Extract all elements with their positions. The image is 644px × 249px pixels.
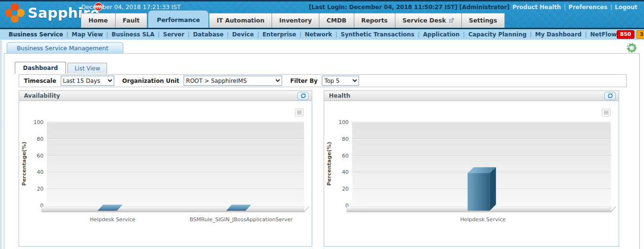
health-panel-body: 020406080100Percentage(%)Helpdesk Servic… bbox=[324, 101, 619, 246]
status-badge-0[interactable]: 850 bbox=[617, 30, 634, 39]
tab-dashboard[interactable]: Dashboard bbox=[15, 62, 66, 74]
status-badge-1[interactable]: 3 bbox=[636, 30, 644, 39]
external-link-icon bbox=[449, 18, 454, 23]
subnav-item-business-sla[interactable]: Business SLA bbox=[111, 31, 154, 38]
menu-icon bbox=[604, 111, 609, 112]
nav-tab-label: CMDB bbox=[327, 17, 347, 24]
separator: | bbox=[608, 4, 614, 11]
svg-text:40: 40 bbox=[342, 169, 349, 175]
svg-text:20: 20 bbox=[37, 186, 44, 192]
nav-tab-label: IT Automation bbox=[217, 17, 264, 24]
separator: | bbox=[106, 31, 108, 38]
svg-text:60: 60 bbox=[37, 153, 44, 159]
health-panel-title: Health bbox=[329, 92, 350, 99]
subnav-item-application[interactable]: Application bbox=[423, 31, 460, 38]
nav-tab-reports[interactable]: Reports bbox=[354, 13, 395, 28]
organization-unit-select[interactable]: ROOT > SapphireIMS bbox=[184, 76, 282, 86]
header-link-product-health[interactable]: Product Health bbox=[513, 4, 561, 11]
session-info: [Last Login: December 04, 2018 11:50:27 … bbox=[309, 4, 638, 11]
nav-tab-label: Home bbox=[88, 17, 108, 24]
nav-tab-service-desk[interactable]: Service Desk bbox=[395, 13, 462, 28]
separator: | bbox=[257, 31, 259, 38]
content-container: DashboardList View Timescale Last 15 Day… bbox=[4, 53, 640, 249]
settings-gear-button[interactable] bbox=[625, 41, 638, 54]
svg-text:60: 60 bbox=[342, 153, 349, 159]
availability-panel: Availability bbox=[19, 91, 312, 247]
refresh-icon bbox=[607, 93, 613, 99]
svg-text:Helpdesk Service: Helpdesk Service bbox=[90, 216, 135, 223]
page-tab-business-service-management[interactable]: Business Service Management bbox=[7, 42, 123, 54]
subnav-item-map-view[interactable]: Map View bbox=[72, 31, 103, 38]
nav-tab-inventory[interactable]: Inventory bbox=[272, 13, 319, 28]
subnav-item-netflow[interactable]: NetFlow bbox=[590, 31, 617, 38]
organization-unit-label: Organization Unit bbox=[122, 78, 180, 84]
timescale-label: Timescale bbox=[24, 78, 56, 84]
left-edge-shading bbox=[0, 40, 3, 249]
availability-refresh-button[interactable] bbox=[297, 92, 309, 100]
subnav-item-synthetic-transactions[interactable]: Synthetic Transactions bbox=[341, 31, 415, 38]
filter-by-select[interactable]: Top 5 bbox=[322, 76, 359, 86]
health-chart: 020406080100Percentage(%)Helpdesk Servic… bbox=[324, 115, 619, 241]
svg-text:100: 100 bbox=[338, 119, 349, 125]
availability-chart: 020406080100Percentage(%)Helpdesk Servic… bbox=[19, 115, 312, 241]
svg-text:100: 100 bbox=[33, 119, 44, 125]
separator: | bbox=[188, 31, 190, 38]
menu-icon bbox=[297, 111, 302, 112]
availability-panel-body: 020406080100Percentage(%)Helpdesk Servic… bbox=[19, 101, 312, 246]
subnav-item-device[interactable]: Device bbox=[232, 31, 254, 38]
refresh-icon bbox=[300, 93, 306, 99]
subnav-item-server[interactable]: Server bbox=[163, 31, 185, 38]
nav-tab-label: Inventory bbox=[279, 17, 312, 24]
subnav-item-capacity-planning[interactable]: Capacity Planning bbox=[468, 31, 526, 38]
dashboard-panels: Availability bbox=[19, 91, 619, 247]
top-header: Sapphire IMS December 04, 2018 17:21:33 … bbox=[0, 0, 644, 28]
subnav-item-database[interactable]: Database bbox=[193, 31, 224, 38]
timescale-select[interactable]: Last 15 Days bbox=[61, 76, 114, 86]
filter-bar: Timescale Last 15 Days Organization Unit… bbox=[19, 74, 627, 87]
separator: | bbox=[562, 4, 568, 11]
nav-tab-performance[interactable]: Performance bbox=[148, 11, 208, 28]
separator: | bbox=[463, 31, 465, 38]
filter-by-label: Filter By bbox=[290, 78, 317, 84]
availability-panel-header: Availability bbox=[19, 91, 312, 101]
nav-tab-it-automation[interactable]: IT Automation bbox=[209, 13, 272, 28]
separator: | bbox=[158, 31, 160, 38]
nav-tab-fault[interactable]: Fault bbox=[115, 13, 147, 28]
subnav-item-network[interactable]: Network bbox=[305, 31, 332, 38]
header-link-preferences[interactable]: Preferences bbox=[568, 4, 607, 11]
health-refresh-button[interactable] bbox=[604, 92, 616, 100]
gear-refresh-icon bbox=[625, 41, 638, 54]
sapphire-flower-icon bbox=[4, 2, 26, 24]
nav-tab-home[interactable]: Home bbox=[81, 13, 116, 28]
sapphire-ims-app: Sapphire IMS December 04, 2018 17:21:33 … bbox=[0, 0, 644, 249]
health-panel-header: Health bbox=[324, 91, 619, 101]
nav-tab-label: Fault bbox=[123, 17, 140, 24]
header-links: Product Health | Preferences | Logout bbox=[512, 4, 638, 11]
page-title: Business Service Management bbox=[17, 45, 109, 52]
nav-tab-settings[interactable]: Settings bbox=[461, 13, 505, 28]
svg-text:40: 40 bbox=[37, 169, 44, 175]
separator: | bbox=[418, 31, 420, 38]
last-login-text: [Last Login: December 04, 2018 11:50:27 … bbox=[309, 4, 510, 11]
nav-tab-cmdb[interactable]: CMDB bbox=[319, 13, 354, 28]
header-link-logout[interactable]: Logout bbox=[615, 4, 637, 11]
main-nav-tabs: HomeFaultPerformanceIT AutomationInvento… bbox=[81, 11, 505, 28]
tab-list-view[interactable]: List View bbox=[67, 63, 107, 74]
svg-text:Percentage(%): Percentage(%) bbox=[21, 142, 27, 186]
subnav-item-business-service[interactable]: Business Service bbox=[9, 31, 63, 38]
availability-panel-title: Availability bbox=[24, 92, 60, 99]
sub-navigation: Business Service|Map View|Business SLA|S… bbox=[0, 29, 644, 40]
separator: | bbox=[227, 31, 229, 38]
separator: | bbox=[66, 31, 68, 38]
nav-tab-label: Settings bbox=[469, 17, 497, 24]
health-panel: Health bbox=[324, 91, 619, 247]
subnav-item-my-dashboard[interactable]: My Dashboard bbox=[535, 31, 581, 38]
subnav-item-enterprise[interactable]: Enterprise bbox=[262, 31, 296, 38]
svg-text:Percentage(%): Percentage(%) bbox=[326, 142, 332, 186]
nav-tab-label: Service Desk bbox=[403, 17, 446, 24]
separator: | bbox=[336, 31, 338, 38]
nav-tab-label: Reports bbox=[361, 17, 388, 24]
separator: | bbox=[585, 31, 587, 38]
svg-text:80: 80 bbox=[342, 136, 349, 142]
svg-text:Helpdesk Service: Helpdesk Service bbox=[460, 216, 506, 223]
